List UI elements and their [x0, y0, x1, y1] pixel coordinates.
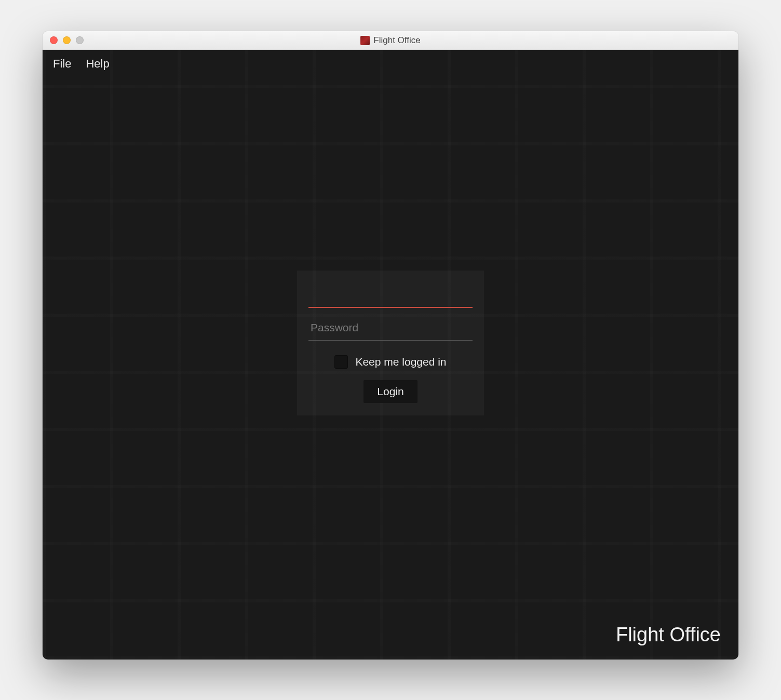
keep-logged-in-checkbox[interactable]	[334, 355, 348, 369]
window-title: Flight Office	[43, 35, 738, 46]
content-area: File Help Keep me logged in Login Flight…	[43, 50, 738, 659]
brand-label: Flight Office	[616, 624, 721, 646]
title-bar: Flight Office	[43, 31, 738, 50]
maximize-window-button[interactable]	[76, 36, 84, 44]
password-field[interactable]	[308, 315, 473, 341]
main-area: Keep me logged in Login	[43, 78, 738, 659]
menu-bar: File Help	[43, 50, 738, 78]
menu-item-help[interactable]: Help	[86, 57, 109, 71]
app-icon	[360, 36, 370, 45]
menu-item-file[interactable]: File	[53, 57, 71, 71]
window-title-text: Flight Office	[373, 35, 420, 46]
keep-logged-in-row: Keep me logged in	[308, 355, 473, 369]
close-window-button[interactable]	[50, 36, 58, 44]
keep-logged-in-label: Keep me logged in	[355, 356, 446, 368]
login-button[interactable]: Login	[363, 380, 417, 403]
login-panel: Keep me logged in Login	[297, 271, 484, 415]
traffic-lights	[43, 36, 84, 44]
username-field[interactable]	[308, 282, 473, 308]
app-window: Flight Office File Help Keep me logged i…	[43, 31, 738, 659]
minimize-window-button[interactable]	[63, 36, 71, 44]
